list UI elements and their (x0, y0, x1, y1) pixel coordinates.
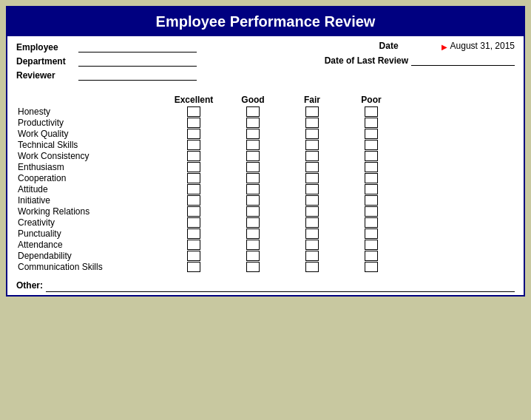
checkbox-good-2[interactable] (246, 129, 260, 139)
rating-excellent-col (164, 173, 223, 183)
right-fields: Date ▶ August 31, 2015 Date of Last Revi… (253, 41, 515, 83)
checkbox-fair-3[interactable] (305, 140, 319, 150)
checkbox-good-12[interactable] (246, 240, 260, 250)
checkbox-good-10[interactable] (246, 217, 260, 228)
checkbox-fair-2[interactable] (305, 129, 319, 139)
checkbox-poor-9[interactable] (365, 206, 378, 217)
checkbox-fair-1[interactable] (305, 118, 319, 128)
checkbox-poor-0[interactable] (365, 106, 378, 117)
checkbox-good-3[interactable] (246, 140, 260, 150)
checkbox-fair-8[interactable] (305, 195, 319, 206)
table-row: Dependability (16, 251, 515, 261)
table-row: Attendance (16, 240, 515, 250)
checkbox-poor-2[interactable] (365, 129, 378, 139)
rating-poor-col (342, 240, 401, 250)
red-mark: ▶ (442, 43, 447, 51)
checkbox-poor-5[interactable] (365, 162, 378, 172)
checkbox-poor-1[interactable] (365, 118, 378, 128)
checkbox-excellent-8[interactable] (187, 195, 200, 206)
checkbox-good-9[interactable] (246, 206, 260, 217)
checkbox-good-7[interactable] (246, 184, 260, 194)
checkbox-excellent-9[interactable] (187, 206, 200, 217)
checkbox-excellent-2[interactable] (187, 129, 200, 139)
department-input[interactable] (78, 55, 197, 67)
table-row: Technical Skills (16, 140, 515, 150)
rating-excellent-col (164, 251, 223, 261)
checkbox-poor-13[interactable] (365, 251, 378, 261)
checkbox-excellent-6[interactable] (187, 173, 200, 183)
checkbox-fair-10[interactable] (305, 217, 319, 228)
checkbox-good-1[interactable] (246, 118, 260, 128)
rating-poor-col (342, 106, 401, 117)
rating-excellent-col (164, 106, 223, 117)
checkbox-poor-4[interactable] (365, 151, 378, 161)
other-label: Other: (16, 280, 43, 292)
checkbox-good-6[interactable] (246, 173, 260, 183)
checkbox-excellent-3[interactable] (187, 140, 200, 150)
checkbox-excellent-1[interactable] (187, 118, 200, 128)
rating-fair-col (283, 262, 342, 272)
header-good: Good (223, 95, 283, 105)
form-container: Employee Performance Review Employee Dep… (6, 6, 525, 297)
rating-poor-col (342, 184, 401, 194)
table-row: Honesty (16, 106, 515, 117)
checkbox-fair-0[interactable] (305, 106, 319, 117)
checkbox-good-8[interactable] (246, 195, 260, 206)
checkbox-good-11[interactable] (246, 228, 260, 239)
checkbox-excellent-11[interactable] (187, 228, 200, 239)
date-label: Date (379, 41, 439, 51)
checkbox-good-13[interactable] (246, 251, 260, 261)
checkbox-poor-7[interactable] (365, 184, 378, 194)
last-review-input[interactable] (411, 54, 515, 66)
rating-good-col (223, 129, 283, 139)
checkbox-poor-11[interactable] (365, 228, 378, 239)
checkbox-fair-12[interactable] (305, 240, 319, 250)
checkbox-fair-14[interactable] (305, 262, 319, 272)
rating-excellent-col (164, 217, 223, 228)
checkbox-excellent-14[interactable] (187, 262, 200, 272)
criteria-name: Technical Skills (16, 140, 164, 150)
checkbox-excellent-4[interactable] (187, 151, 200, 161)
checkbox-fair-11[interactable] (305, 228, 319, 239)
checkbox-good-4[interactable] (246, 151, 260, 161)
checkbox-poor-6[interactable] (365, 173, 378, 183)
header-fair: Fair (283, 95, 342, 105)
checkbox-poor-12[interactable] (365, 240, 378, 250)
checkbox-excellent-5[interactable] (187, 162, 200, 172)
rating-good-col (223, 140, 283, 150)
checkbox-good-14[interactable] (246, 262, 260, 272)
checkbox-poor-14[interactable] (365, 262, 378, 272)
checkbox-excellent-12[interactable] (187, 240, 200, 250)
criteria-rows: HonestyProductivityWork QualityTechnical… (16, 106, 515, 272)
rating-poor-col (342, 262, 401, 272)
criteria-name: Attendance (16, 240, 164, 250)
table-row: Attitude (16, 184, 515, 194)
rating-good-col (223, 206, 283, 217)
rating-poor-col (342, 118, 401, 128)
checkbox-fair-13[interactable] (305, 251, 319, 261)
checkbox-poor-10[interactable] (365, 217, 378, 228)
checkbox-fair-9[interactable] (305, 206, 319, 217)
other-input[interactable] (46, 280, 515, 292)
checkbox-fair-7[interactable] (305, 184, 319, 194)
reviewer-input[interactable] (78, 69, 197, 81)
checkbox-fair-6[interactable] (305, 173, 319, 183)
checkbox-poor-3[interactable] (365, 140, 378, 150)
ratings-section: Excellent Good Fair Poor HonestyProducti… (7, 92, 524, 276)
rating-fair-col (283, 129, 342, 139)
checkbox-good-5[interactable] (246, 162, 260, 172)
checkbox-excellent-10[interactable] (187, 217, 200, 228)
checkbox-excellent-7[interactable] (187, 184, 200, 194)
rating-fair-col (283, 195, 342, 206)
rating-excellent-col (164, 184, 223, 194)
rating-excellent-col (164, 162, 223, 172)
checkbox-poor-8[interactable] (365, 195, 378, 206)
rating-fair-col (283, 173, 342, 183)
checkbox-excellent-13[interactable] (187, 251, 200, 261)
checkbox-good-0[interactable] (246, 106, 260, 117)
employee-input[interactable] (78, 41, 197, 52)
rating-good-col (223, 151, 283, 161)
checkbox-fair-4[interactable] (305, 151, 319, 161)
checkbox-excellent-0[interactable] (187, 106, 200, 117)
checkbox-fair-5[interactable] (305, 162, 319, 172)
